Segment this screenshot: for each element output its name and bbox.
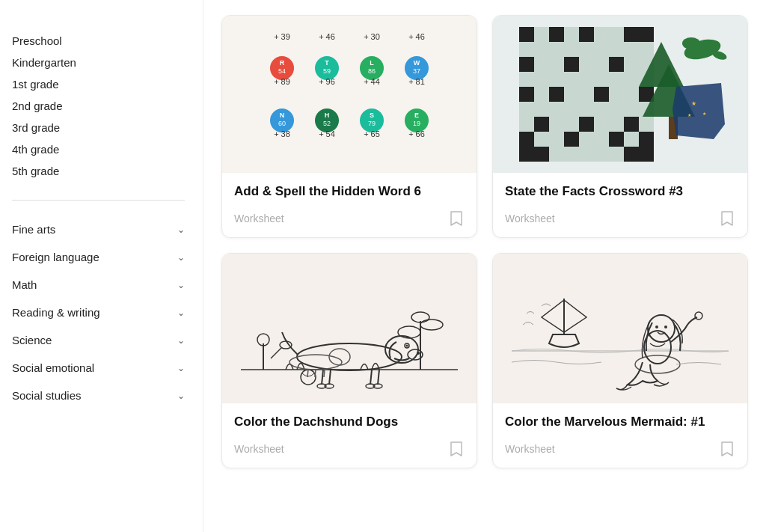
bookmark-button[interactable] [719,439,735,459]
grade-item[interactable]: 1st grade [12,73,185,95]
svg-rect-47 [594,87,609,102]
sidebar-divider [12,200,185,201]
card-body: Add & Spell the Hidden Word 6 Worksheet [222,173,477,237]
svg-line-85 [378,370,379,385]
card-image: ★ ★ ★ [493,16,747,173]
svg-rect-42 [519,57,534,72]
card-type-label: Worksheet [505,213,555,224]
chevron-down-icon: ⌄ [177,335,185,346]
svg-rect-57 [534,147,549,162]
card-body: Color the Dachshund Dogs Worksheet [222,403,477,468]
svg-text:54: 54 [278,67,286,75]
card-footer: Worksheet [234,439,465,459]
subject-item[interactable]: Social studies⌄ [12,382,185,409]
card-image [493,254,747,403]
subject-item[interactable]: Foreign language⌄ [12,243,185,271]
svg-text:N: N [280,111,285,119]
grade-item[interactable]: 4th grade [12,138,185,160]
svg-text:S: S [370,111,374,119]
grade-item[interactable]: 5th grade [12,160,185,182]
svg-rect-58 [624,147,639,162]
svg-rect-50 [579,117,594,132]
svg-point-64 [682,37,700,49]
svg-text:+ 65: + 65 [364,129,380,138]
svg-text:+ 54: + 54 [319,129,335,138]
cards-grid: + 39 + 46 + 30 + 46 R 54 + 89 T 59 + 96 … [221,15,748,468]
subject-label: Reading & writing [12,306,100,319]
svg-text:L: L [370,59,374,67]
svg-text:86: 86 [368,67,376,75]
svg-text:+ 46: + 46 [319,32,335,41]
card-body: State the Facts Crossword #3 Worksheet [493,173,747,237]
card-type-label: Worksheet [234,443,284,455]
svg-rect-40 [624,27,639,42]
bookmark-button[interactable] [719,209,735,228]
svg-rect-49 [534,117,549,132]
svg-point-103 [648,315,675,342]
subject-item[interactable]: Science⌄ [12,326,185,354]
svg-text:79: 79 [368,120,376,127]
subject-label: Social emotional [12,361,94,374]
main-content: + 39 + 46 + 30 + 46 R 54 + 89 T 59 + 96 … [203,0,766,532]
svg-rect-54 [609,132,624,147]
card-body: Color the Marvelous Mermaid: #1 Workshee… [493,403,747,468]
svg-line-98 [324,370,325,377]
card-item[interactable]: ★ ★ ★ State the Facts Crossword #3 Works… [492,15,748,238]
svg-line-73 [271,347,282,358]
svg-text:+ 81: + 81 [408,77,425,86]
chevron-down-icon: ⌄ [177,252,185,263]
chevron-down-icon: ⌄ [177,391,185,401]
svg-rect-46 [549,87,564,102]
svg-text:R: R [280,59,285,67]
svg-point-78 [411,312,429,322]
card-item[interactable]: + 39 + 46 + 30 + 46 R 54 + 89 T 59 + 96 … [221,15,477,238]
svg-point-105 [664,325,667,328]
svg-text:+ 44: + 44 [364,77,380,86]
svg-point-106 [695,312,702,319]
grade-item[interactable]: Preschool [12,30,185,52]
svg-point-102 [644,331,671,364]
svg-text:+ 96: + 96 [319,77,335,86]
card-title: Color the Marvelous Mermaid: #1 [505,414,735,430]
svg-text:★: ★ [691,100,696,107]
card-title: Color the Dachshund Dogs [234,414,465,430]
svg-text:59: 59 [323,67,331,75]
svg-line-97 [315,370,316,377]
svg-rect-41 [639,27,654,42]
grade-item[interactable]: Kindergarten [12,52,185,73]
svg-rect-45 [519,87,534,102]
svg-rect-37 [519,27,534,42]
card-item[interactable]: Color the Dachshund Dogs Worksheet [221,253,477,468]
svg-text:H: H [325,111,330,119]
svg-rect-39 [579,27,594,42]
svg-text:★: ★ [702,111,706,116]
svg-text:60: 60 [278,120,286,127]
svg-point-84 [406,345,408,347]
subject-list: Fine arts⌄Foreign language⌄Math⌄Reading … [12,215,185,409]
subject-label: Foreign language [12,251,99,263]
grade-item[interactable]: 2nd grade [12,95,185,117]
subject-item[interactable]: Math⌄ [12,271,185,299]
svg-rect-51 [624,117,639,132]
subject-label: Math [12,278,37,291]
svg-rect-56 [519,147,534,162]
svg-rect-44 [609,57,624,72]
subject-item[interactable]: Reading & writing⌄ [12,299,185,326]
svg-rect-38 [549,27,564,42]
svg-rect-43 [564,57,579,72]
bookmark-button[interactable] [448,439,465,459]
subject-label: Fine arts [12,223,55,236]
card-item[interactable]: Color the Marvelous Mermaid: #1 Workshee… [492,253,748,468]
grade-item[interactable]: 3rd grade [12,117,185,138]
subject-item[interactable]: Social emotional⌄ [12,354,185,382]
svg-text:+ 38: + 38 [274,129,290,138]
card-image [222,254,477,403]
bookmark-button[interactable] [448,209,465,228]
svg-rect-36 [519,27,654,162]
subject-item[interactable]: Fine arts⌄ [12,215,185,243]
card-title: Add & Spell the Hidden Word 6 [234,183,465,200]
svg-text:★: ★ [687,113,691,117]
svg-point-104 [655,325,658,328]
svg-text:+ 66: + 66 [408,129,425,138]
svg-text:T: T [325,59,329,67]
